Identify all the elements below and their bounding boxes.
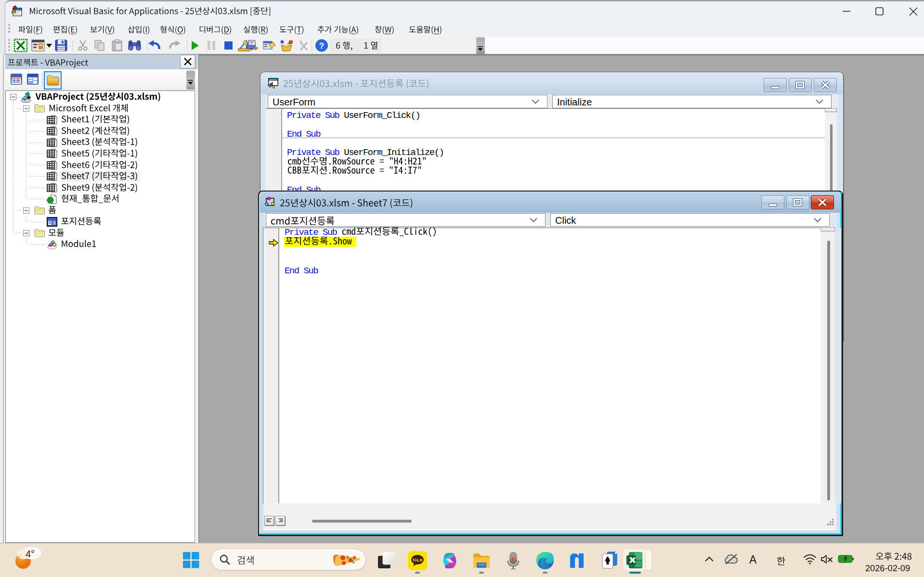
svg-text:?: ?: [319, 41, 324, 51]
svg-text:TALK: TALK: [412, 558, 423, 563]
